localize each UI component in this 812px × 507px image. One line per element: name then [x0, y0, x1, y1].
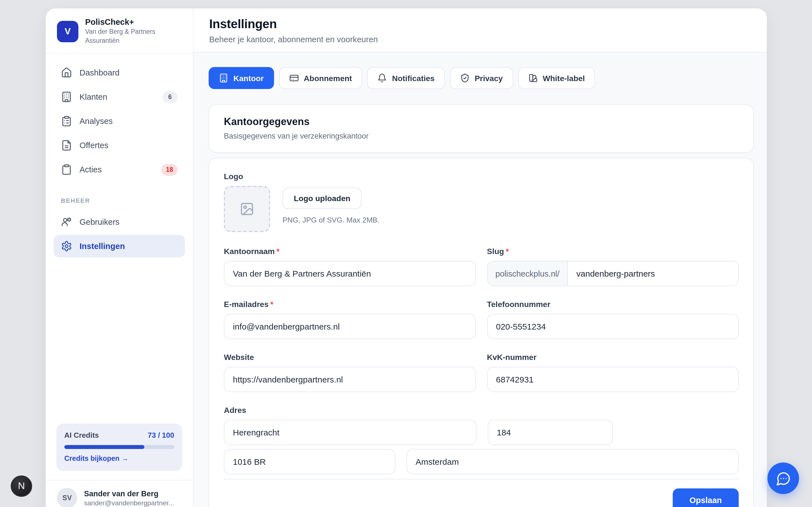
- adres-row-1: [224, 420, 739, 445]
- website-input[interactable]: [224, 367, 476, 392]
- slug-input-group: polischeckplus.nl/: [487, 261, 739, 286]
- brand-name: PolisCheck+: [85, 17, 170, 26]
- card-subtitle: Basisgegevens van je verzekeringskantoor: [224, 132, 739, 140]
- building-icon: [219, 73, 229, 83]
- brand-subtitle: Van der Berg & Partners Assurantiën: [85, 27, 170, 45]
- sidebar-item-label: Dashboard: [80, 68, 119, 77]
- tab-label: Privacy: [474, 73, 503, 82]
- telefoon-label: Telefoonnummer: [487, 300, 739, 309]
- kantoorgegevens-header-card: Kantoorgegevens Basisgegevens van je ver…: [209, 104, 754, 153]
- adres-row-2: [224, 449, 739, 474]
- telefoon-input[interactable]: [487, 314, 739, 339]
- sidebar-item-dashboard[interactable]: Dashboard: [54, 61, 185, 84]
- klanten-count-badge: 6: [162, 91, 177, 103]
- building-icon: [61, 91, 72, 103]
- app-window: V PolisCheck+ Van der Berg & Partners As…: [46, 8, 767, 507]
- form-grid: Kantoornaam* Slug* polischeckplus.nl/ E-…: [224, 247, 739, 474]
- sidebar-item-klanten[interactable]: Klanten 6: [54, 86, 185, 108]
- tab-white-label[interactable]: White-label: [518, 67, 595, 89]
- logo-upload-column: Logo uploaden PNG, JPG of SVG. Max 2MB.: [283, 186, 379, 224]
- tab-abonnement[interactable]: Abonnement: [279, 67, 362, 89]
- email-label: E-mailadres*: [224, 300, 476, 309]
- sidebar-section-beheer: BEHEER: [61, 197, 177, 204]
- tab-notificaties[interactable]: Notificaties: [367, 67, 445, 89]
- card-title: Kantoorgegevens: [224, 116, 739, 128]
- sidebar: V PolisCheck+ Van der Berg & Partners As…: [46, 8, 193, 507]
- brand-text: PolisCheck+ Van der Berg & Partners Assu…: [85, 17, 170, 45]
- kantoorgegevens-form-card: Logo Logo uploaden PNG, JPG of SVG. Max …: [209, 158, 754, 507]
- form-footer: Opslaan: [224, 479, 739, 507]
- clipboard-icon: [61, 164, 72, 175]
- chat-bubble-icon: [776, 471, 791, 486]
- acties-count-badge: 18: [161, 164, 177, 175]
- tab-privacy[interactable]: Privacy: [450, 67, 513, 89]
- sidebar-item-acties[interactable]: Acties 18: [54, 158, 185, 181]
- logo-upload-button[interactable]: Logo uploaden: [283, 187, 362, 209]
- required-marker: *: [506, 247, 509, 256]
- ai-credits-progressbar: [64, 445, 174, 449]
- kvk-label: KvK-nummer: [487, 353, 739, 362]
- website-label: Website: [224, 353, 476, 362]
- kantoornaam-input[interactable]: [224, 261, 476, 286]
- housenumber-input[interactable]: [488, 420, 613, 445]
- sidebar-item-label: Offertes: [80, 141, 109, 150]
- sidebar-item-analyses[interactable]: Analyses: [54, 110, 185, 132]
- ai-credits-progress-fill: [64, 445, 145, 449]
- nextjs-dev-badge[interactable]: N: [11, 475, 32, 497]
- screen: V PolisCheck+ Van der Berg & Partners As…: [0, 0, 812, 507]
- sidebar-spacer: [46, 258, 193, 424]
- ai-credits-label: AI Credits: [64, 431, 99, 439]
- field-email: E-mailadres*: [224, 300, 476, 339]
- sidebar-item-label: Gebruikers: [80, 217, 119, 226]
- slug-prefix: polischeckplus.nl/: [488, 262, 568, 286]
- settings-tabs: Kantoor Abonnement Notificaties Privacy: [209, 67, 754, 89]
- file-text-icon: [61, 140, 72, 151]
- logo-upload-hint: PNG, JPG of SVG. Max 2MB.: [283, 216, 379, 224]
- sidebar-item-label: Klanten: [80, 93, 107, 101]
- tab-label: White-label: [543, 73, 585, 82]
- postcode-input[interactable]: [224, 449, 395, 474]
- sidebar-item-label: Analyses: [80, 117, 113, 126]
- required-marker: *: [270, 300, 273, 309]
- sidebar-item-gebruikers[interactable]: Gebruikers: [54, 211, 185, 233]
- bell-icon: [377, 73, 387, 83]
- logo-dropzone[interactable]: [224, 186, 270, 232]
- field-telefoon: Telefoonnummer: [487, 300, 739, 339]
- field-kvk: KvK-nummer: [487, 353, 739, 392]
- kvk-input[interactable]: [487, 367, 739, 392]
- tab-kantoor[interactable]: Kantoor: [209, 67, 274, 89]
- slug-label: Slug*: [487, 247, 739, 256]
- credit-card-icon: [289, 73, 299, 83]
- user-info: Sander van der Berg sander@vandenbergpar…: [84, 489, 174, 507]
- sidebar-item-offertes[interactable]: Offertes: [54, 134, 185, 157]
- field-website: Website: [224, 353, 476, 392]
- shield-check-icon: [460, 73, 469, 83]
- sidebar-nav: Dashboard Klanten 6 Analyses Offertes: [46, 54, 193, 258]
- clipboard-list-icon: [61, 115, 72, 127]
- user-cog-icon: [61, 216, 72, 228]
- brand-logo: V: [57, 20, 79, 42]
- required-marker: *: [276, 247, 280, 256]
- street-input[interactable]: [224, 420, 476, 445]
- page-title: Instellingen: [209, 17, 751, 32]
- user-name: Sander van der Berg: [84, 489, 174, 498]
- city-input[interactable]: [407, 449, 739, 474]
- swatch-book-icon: [528, 73, 538, 83]
- field-adres: Adres: [224, 406, 739, 474]
- tab-label: Kantoor: [234, 73, 264, 82]
- logo-upload-section: Logo uploaden PNG, JPG of SVG. Max 2MB.: [224, 186, 739, 232]
- save-button[interactable]: Opslaan: [673, 489, 739, 507]
- image-icon: [240, 202, 254, 216]
- sidebar-item-instellingen[interactable]: Instellingen: [54, 235, 185, 258]
- tab-label: Notificaties: [392, 73, 435, 82]
- buy-credits-link[interactable]: Credits bijkopen →: [64, 455, 174, 462]
- page-header: Instellingen Beheer je kantoor, abonneme…: [193, 8, 767, 52]
- page-subtitle: Beheer je kantoor, abonnement en voorkeu…: [209, 35, 751, 44]
- email-input[interactable]: [224, 314, 476, 339]
- content: Kantoor Abonnement Notificaties Privacy: [193, 52, 767, 507]
- field-slug: Slug* polischeckplus.nl/: [487, 247, 739, 286]
- slug-input[interactable]: [568, 262, 738, 286]
- ai-credits-card: AI Credits 73 / 100 Credits bijkopen →: [56, 424, 182, 471]
- chat-fab-button[interactable]: [767, 462, 799, 494]
- user-menu[interactable]: SV Sander van der Berg sander@vandenberg…: [46, 480, 193, 507]
